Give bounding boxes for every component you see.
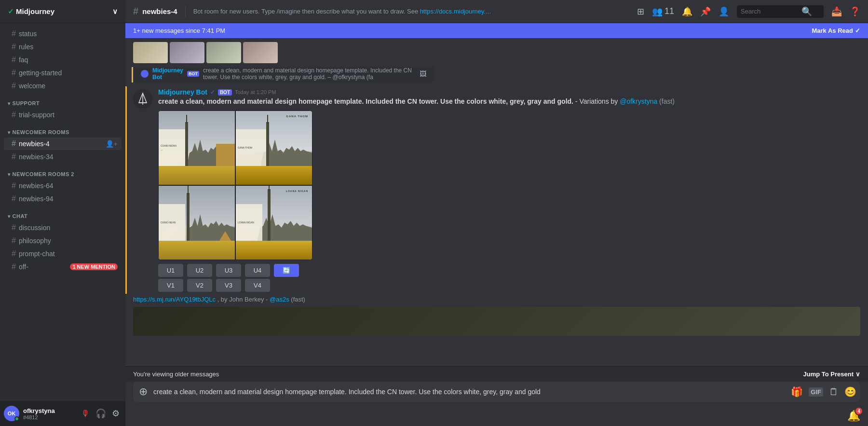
hash-icon: #	[12, 181, 16, 190]
section-chat[interactable]: ▾ CHAT	[0, 206, 125, 221]
add-member-icon[interactable]: 👤+	[106, 140, 118, 148]
user-info: ofkrystyna #4812	[23, 407, 75, 420]
channel-list: # status # rules # faq # getting-started…	[0, 23, 125, 401]
sidebar-item-newbies-64[interactable]: # newbies-64	[4, 179, 122, 192]
sidebar-item-trial-support[interactable]: # trial-support	[4, 109, 122, 121]
sidebar-item-welcome[interactable]: # welcome	[4, 80, 122, 92]
user-tag: #4812	[23, 414, 75, 420]
new-mention-badge: 1 NEW MENTION	[70, 263, 118, 270]
messages-area[interactable]: 1+ new messages since 7:41 PM Mark As Re…	[125, 23, 868, 366]
server-name: Midjourney	[16, 7, 54, 15]
notification-button[interactable]: 🔔 4	[847, 410, 860, 422]
mention-link[interactable]: @ofkrystyna	[620, 97, 657, 105]
section-newcomer[interactable]: ▾ NEWCOMER ROOMS	[0, 122, 125, 137]
u1-button[interactable]: U1	[158, 264, 183, 277]
search-bar[interactable]: 🔍	[737, 5, 824, 18]
server-header[interactable]: ✓ Midjourney ∨	[0, 0, 125, 23]
sidebar-item-discussion[interactable]: # discussion	[4, 221, 122, 234]
gif-button[interactable]: GIF	[809, 387, 823, 397]
image-cell-4[interactable]: LOANA NIGAN LOANA NIGAN	[235, 185, 312, 260]
section-arrow-icon: ▾	[8, 130, 11, 135]
u2-button[interactable]: U2	[187, 264, 212, 277]
image-grid[interactable]: COANI NIDAN — GANA TH	[158, 110, 312, 260]
message-group-main: Midjourney Bot ✓ BOT Today at 1:20 PM cr…	[125, 86, 868, 294]
v4-button[interactable]: V4	[245, 279, 270, 292]
channel-label: getting-started	[19, 69, 62, 77]
inbox-icon[interactable]: 📥	[831, 6, 842, 17]
v2-button[interactable]: V2	[187, 279, 212, 292]
older-messages-banner: You're viewing older messages Jump To Pr…	[125, 366, 868, 382]
message-content: Midjourney Bot ✓ BOT Today at 1:20 PM cr…	[158, 88, 860, 292]
sidebar-item-off[interactable]: # off- 1 NEW MENTION	[4, 261, 122, 273]
mute-icon[interactable]: 🎙	[79, 408, 92, 420]
refresh-button[interactable]: 🔄	[274, 264, 299, 277]
u4-button[interactable]: U4	[245, 264, 270, 277]
sidebar-item-newbies-94[interactable]: # newbies-94	[4, 192, 122, 205]
hash-icon: #	[12, 152, 16, 161]
header-icons: ⊞ 👥 11 🔔 📌 👤 🔍 📥 ❓	[637, 5, 860, 18]
link-speed: (fast)	[291, 296, 305, 303]
headset-icon[interactable]: 🎧	[94, 407, 108, 420]
notification-muted-icon[interactable]: 🔔	[682, 6, 692, 17]
section-newcomer2[interactable]: ▾ NEWCOMER ROOMS 2	[0, 164, 125, 179]
bottom-bar: 🔔 4	[125, 410, 868, 426]
member-count: 👥 11	[652, 6, 674, 17]
sidebar-item-faq[interactable]: # faq	[4, 54, 122, 66]
thumb-1	[133, 42, 168, 63]
jump-to-present-button[interactable]: Jump To Present ∨	[803, 371, 860, 378]
user-name: ofkrystyna	[23, 407, 75, 414]
sidebar-item-newbies-34[interactable]: # newbies-34	[4, 151, 122, 163]
sidebar-item-rules[interactable]: # rules	[4, 41, 122, 53]
image-cell-1[interactable]: COANI NIDAN —	[158, 110, 235, 185]
message-input[interactable]	[153, 383, 787, 401]
pin-icon[interactable]: 📌	[700, 6, 711, 17]
settings-icon[interactable]: ⚙	[110, 407, 122, 420]
sidebar-item-getting-started[interactable]: # getting-started	[4, 67, 122, 79]
help-icon[interactable]: ❓	[850, 6, 860, 17]
nitro-gift-icon[interactable]: 🎁	[791, 386, 803, 398]
link-mention[interactable]: @as2s	[270, 296, 289, 303]
u3-button[interactable]: U3	[216, 264, 241, 277]
hash-icon: #	[12, 236, 16, 245]
image-cell-3[interactable]: CANIO NEAN	[158, 185, 235, 260]
preview-bot-tag: BOT	[187, 71, 199, 77]
sidebar-item-philosophy[interactable]: # philosophy	[4, 234, 122, 247]
dm-icon[interactable]: 👤	[719, 6, 729, 17]
sidebar: ✓ Midjourney ∨ # status # rules # faq # …	[0, 0, 125, 426]
section-support[interactable]: ▾ SUPPORT	[0, 93, 125, 108]
hash-icon: #	[12, 110, 16, 119]
mj-link[interactable]: https://s.mj.run/AYQ19tbJQLc	[133, 296, 216, 303]
search-icon: 🔍	[801, 6, 812, 17]
mark-as-read-button[interactable]: Mark As Read ✓	[812, 27, 861, 34]
member-count-icon: 👥	[652, 6, 663, 17]
channel-label: prompt-chat	[19, 250, 55, 258]
v3-button[interactable]: V3	[216, 279, 241, 292]
hash-icon: #	[12, 69, 16, 77]
thumbnail-row	[125, 38, 868, 67]
image-cell-2[interactable]: GANA THOM GANA THOM	[235, 110, 312, 185]
channel-label: newbies-64	[19, 182, 54, 190]
hash-icon: #	[12, 42, 16, 51]
search-input[interactable]	[741, 8, 799, 15]
action-buttons-v: V1 V2 V3 V4	[158, 279, 860, 292]
sidebar-item-status[interactable]: # status	[4, 27, 122, 40]
message-author[interactable]: Midjourney Bot	[158, 88, 207, 96]
header-divider	[185, 6, 186, 17]
emoji-icon[interactable]: 😊	[844, 386, 856, 398]
section-arrow-icon: ▾	[8, 214, 11, 219]
v1-button[interactable]: V1	[158, 279, 183, 292]
add-attachment-button[interactable]: ⊕	[137, 382, 149, 402]
user-area: OK ofkrystyna #4812 🎙 🎧 ⚙	[0, 401, 125, 426]
hash-icon: #	[12, 55, 16, 64]
older-messages-text: You're viewing older messages	[133, 371, 219, 378]
server-check-icon: ✓	[8, 7, 14, 16]
sidebar-item-newbies-4[interactable]: # newbies-4 👤+	[4, 137, 122, 150]
message-header: Midjourney Bot ✓ BOT Today at 1:20 PM	[158, 88, 860, 96]
sidebar-item-prompt-chat[interactable]: # prompt-chat	[4, 247, 122, 260]
docs-link[interactable]: https://docs.midjourney....	[420, 8, 491, 15]
preview-image-icon[interactable]: 🖼	[420, 70, 426, 78]
members-icon[interactable]: ⊞	[637, 6, 644, 17]
preview-text: create a clean, modern and material desi…	[203, 67, 416, 81]
action-buttons-u: U1 U2 U3 U4 🔄	[158, 264, 860, 277]
sticker-icon[interactable]: 🗒	[829, 386, 839, 398]
